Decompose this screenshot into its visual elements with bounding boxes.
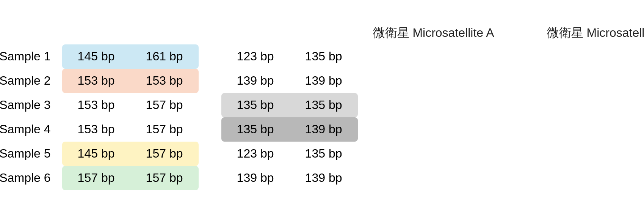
row-2-spacer bbox=[199, 69, 221, 93]
row-5-ma1: 145 bp bbox=[62, 142, 130, 166]
row-6-ma1: 157 bp bbox=[62, 166, 130, 190]
table-row-6: 樣本 Sample 6 157 bp 157 bp 139 bp 139 bp bbox=[0, 166, 358, 190]
row-6-mb2: 139 bp bbox=[290, 166, 358, 190]
table-row-2: 樣本 Sample 2 153 bp 153 bp 139 bp 139 bp bbox=[0, 69, 358, 93]
table-row-5: 樣本 Sample 5 145 bp 157 bp 123 bp 135 bp bbox=[0, 142, 358, 166]
row-1-spacer bbox=[199, 44, 221, 69]
row-4-spacer bbox=[199, 117, 221, 142]
row-3-ma1: 153 bp bbox=[62, 93, 130, 117]
row-6-spacer bbox=[199, 166, 221, 190]
header-label-empty bbox=[0, 23, 358, 44]
table-row-4: 樣本 Sample 4 153 bp 157 bp 135 bp 139 bp bbox=[0, 117, 358, 142]
row-5-ma2: 157 bp bbox=[130, 142, 199, 166]
row-6-mb1: 139 bp bbox=[221, 166, 290, 190]
header-row: 微衛星 Microsatellite A 微衛星 Microsatellite … bbox=[0, 23, 644, 44]
row-2-ma1: 153 bp bbox=[62, 69, 130, 93]
row-5-mb1: 123 bp bbox=[221, 142, 290, 166]
row-label-4: 樣本 Sample 4 bbox=[0, 117, 62, 142]
data-rows: 樣本 Sample 1 145 bp 161 bp 123 bp 135 bp … bbox=[0, 44, 358, 190]
row-1-mb1: 123 bp bbox=[221, 44, 290, 69]
row-label-6: 樣本 Sample 6 bbox=[0, 166, 62, 190]
row-1-ma1: 145 bp bbox=[62, 44, 130, 69]
row-4-mb1: 135 bp bbox=[221, 117, 290, 142]
row-4-ma1: 153 bp bbox=[62, 117, 130, 142]
row-3-ma2: 157 bp bbox=[130, 93, 199, 117]
main-table: 微衛星 Microsatellite A 微衛星 Microsatellite … bbox=[0, 23, 644, 190]
table-row-1: 樣本 Sample 1 145 bp 161 bp 123 bp 135 bp bbox=[0, 44, 358, 69]
row-3-spacer bbox=[199, 93, 221, 117]
row-4-mb2: 139 bp bbox=[290, 117, 358, 142]
row-1-ma2: 161 bp bbox=[130, 44, 199, 69]
header-spacer bbox=[509, 23, 532, 44]
header-microsatellite-b: 微衛星 Microsatellite B bbox=[532, 23, 644, 44]
row-label-2: 樣本 Sample 2 bbox=[0, 69, 62, 93]
row-2-ma2: 153 bp bbox=[130, 69, 199, 93]
row-label-5: 樣本 Sample 5 bbox=[0, 142, 62, 166]
row-6-ma2: 157 bp bbox=[130, 166, 199, 190]
row-3-mb1: 135 bp bbox=[221, 93, 290, 117]
header-microsatellite-a: 微衛星 Microsatellite A bbox=[358, 23, 509, 44]
row-5-mb2: 135 bp bbox=[290, 142, 358, 166]
row-4-ma2: 157 bp bbox=[130, 117, 199, 142]
row-label-3: 樣本 Sample 3 bbox=[0, 93, 62, 117]
table-row-3: 樣本 Sample 3 153 bp 157 bp 135 bp 135 bp bbox=[0, 93, 358, 117]
row-3-mb2: 135 bp bbox=[290, 93, 358, 117]
row-2-mb2: 139 bp bbox=[290, 69, 358, 93]
row-label-1: 樣本 Sample 1 bbox=[0, 44, 62, 69]
row-5-spacer bbox=[199, 142, 221, 166]
row-1-mb2: 135 bp bbox=[290, 44, 358, 69]
row-2-mb1: 139 bp bbox=[221, 69, 290, 93]
